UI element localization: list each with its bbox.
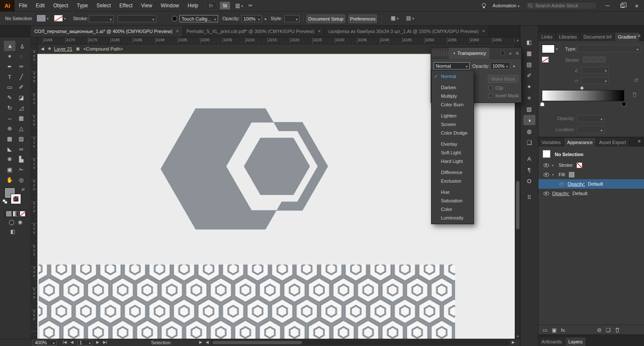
selection-tool[interactable]: ► xyxy=(4,41,15,51)
close-button[interactable] xyxy=(629,0,644,12)
color-panel-icon[interactable]: ◧ xyxy=(523,37,535,47)
column-graph-tool[interactable]: ▙ xyxy=(15,154,27,164)
eyedropper-tool[interactable]: ◣ xyxy=(4,144,15,154)
eraser-tool[interactable]: ◪ xyxy=(15,92,27,102)
tab-appearance[interactable]: Appearance xyxy=(564,138,596,147)
gradient-within-stroke-button[interactable] xyxy=(583,57,590,63)
vertical-scroll-thumb[interactable] xyxy=(516,181,519,229)
blend-mode-multiply[interactable]: Multiply xyxy=(431,92,474,100)
transparency-panel-header[interactable]: ◑ Transparency » ≡ xyxy=(431,48,521,59)
lightbulb-icon[interactable] xyxy=(481,3,486,9)
blend-mode-exclusion[interactable]: Exclusion xyxy=(431,177,474,185)
style-select[interactable] xyxy=(284,15,300,22)
blend-mode-color-dodge[interactable]: Color Dodge xyxy=(431,129,474,137)
visibility-toggle-icon[interactable] xyxy=(559,182,565,186)
expand-icon[interactable] xyxy=(552,173,556,177)
tab-gradient[interactable]: Gradient xyxy=(615,33,639,41)
width-profile-select[interactable] xyxy=(118,15,156,22)
blend-tool[interactable]: ∞ xyxy=(15,144,27,154)
clip-checkbox[interactable]: Clip xyxy=(489,85,503,90)
graphic-styles-panel-icon[interactable]: ❑ xyxy=(523,137,535,147)
screen-mode-button[interactable]: ◧ xyxy=(10,229,15,235)
document-tab-3[interactable]: салфетка из бамбука 30х34 3 шт_1.AI @ 15… xyxy=(325,26,489,37)
blend-mode-hue[interactable]: Hue xyxy=(431,188,474,196)
breadcrumb-layer-link[interactable]: Layer 21 xyxy=(54,46,73,51)
blend-mode-hard-light[interactable]: Hard Light xyxy=(431,157,474,165)
rectangle-tool[interactable]: ▭ xyxy=(4,82,15,92)
gradient-thumbnail[interactable] xyxy=(542,45,555,53)
gradient-panel-icon[interactable]: ▧ xyxy=(523,104,535,114)
horizontal-ruler[interactable]: 2165217021752180218521902195220022052210… xyxy=(37,37,515,44)
tab-close-icon[interactable] xyxy=(482,29,486,33)
blend-mode-luminosity[interactable]: Luminosity xyxy=(431,214,474,222)
menu-item[interactable]: Help xyxy=(183,0,203,12)
mesh-tool[interactable]: ▩ xyxy=(4,133,15,144)
horizontal-scrollbar[interactable] xyxy=(211,340,509,345)
make-mask-button[interactable]: Make Mask xyxy=(488,75,519,83)
tab-asset-export[interactable]: Asset Export xyxy=(596,138,629,147)
gradient-location-select[interactable] xyxy=(577,126,605,133)
appearance-row-stroke[interactable]: Stroke: xyxy=(538,160,644,170)
align-options-button[interactable]: ▤ xyxy=(406,15,414,21)
swatch-icon[interactable] xyxy=(569,172,574,178)
menu-item[interactable]: Window xyxy=(156,0,183,12)
transparency-opacity-select[interactable]: 100% xyxy=(490,62,510,69)
libraries-panel-icon[interactable]: ▤ xyxy=(523,59,535,69)
panel-menu-icon[interactable]: ≡ xyxy=(638,33,641,38)
blend-mode-overlay[interactable]: Overlay xyxy=(431,140,474,148)
scroll-right-icon[interactable]: ▶ xyxy=(512,340,515,344)
visibility-toggle-icon[interactable] xyxy=(544,163,549,167)
stroke-color-swatch[interactable] xyxy=(54,15,63,21)
width-tool[interactable]: ↔ xyxy=(4,113,15,123)
lasso-tool[interactable]: ◌ xyxy=(15,51,27,61)
tab-artboards[interactable]: Artboards xyxy=(538,337,565,346)
type-tool[interactable]: T xyxy=(4,72,15,82)
tab-close-icon[interactable] xyxy=(176,29,179,33)
stroke-weight-select[interactable] xyxy=(89,15,114,22)
share-button[interactable]: ✑ xyxy=(248,3,252,9)
appearance-row-fill[interactable]: Fill: xyxy=(538,170,644,179)
free-transform-tool[interactable]: ▦ xyxy=(15,113,27,123)
previous-artboard-button[interactable]: ◀ xyxy=(70,340,73,344)
appearance-row-fill-opacity[interactable]: Opacity: Default xyxy=(538,179,644,189)
document-tab-2[interactable]: Perhatki_S_XL_print.cdr.pdf* @ 300% (CMY… xyxy=(183,26,325,37)
blend-mode-difference[interactable]: Difference xyxy=(431,168,474,177)
first-artboard-button[interactable]: |◀ xyxy=(63,340,67,344)
expand-icon[interactable] xyxy=(552,163,556,167)
swatch-icon[interactable] xyxy=(577,162,582,168)
zoom-tool[interactable]: ◎ xyxy=(15,175,27,185)
blend-mode-color-burn[interactable]: Color Burn xyxy=(431,100,474,109)
scroll-left-icon[interactable]: ◀ xyxy=(206,340,209,344)
clear-appearance-icon[interactable]: ⊘ xyxy=(597,327,601,333)
status-menu-icon[interactable]: ▶ xyxy=(199,340,202,344)
menu-item[interactable]: Edit xyxy=(31,0,49,12)
fill-color-swatch[interactable] xyxy=(37,15,46,21)
draw-normal-icon[interactable]: ◯ xyxy=(9,219,14,225)
character-panel-icon[interactable]: A xyxy=(523,153,535,164)
minimize-button[interactable] xyxy=(600,0,615,12)
stock-button[interactable]: St xyxy=(220,2,230,9)
perspective-grid-tool[interactable]: △ xyxy=(15,123,27,133)
opacity-stepper[interactable] xyxy=(264,15,268,22)
gradient-slider[interactable] xyxy=(542,90,624,101)
bridge-button[interactable]: Br xyxy=(206,2,216,9)
direct-selection-tool[interactable]: ▻ xyxy=(15,41,27,51)
tab-document-info[interactable]: Document Inf xyxy=(580,33,615,41)
chevron-down-icon[interactable]: ▾ xyxy=(64,17,66,21)
blend-mode-screen[interactable]: Screen xyxy=(431,120,474,129)
visibility-toggle-icon[interactable] xyxy=(544,173,549,177)
document-setup-button[interactable]: Document Setup xyxy=(307,15,345,23)
stroke-panel-icon[interactable]: ≡ xyxy=(523,93,535,103)
workspace-switcher-button[interactable]: ▥ xyxy=(235,3,243,9)
tab-close-icon[interactable] xyxy=(318,29,321,33)
gradient-aspect-select[interactable] xyxy=(581,77,609,84)
paintbrush-tool[interactable]: ✐ xyxy=(15,82,27,92)
restore-button[interactable] xyxy=(615,0,629,12)
paragraph-panel-icon[interactable]: ¶ xyxy=(523,165,535,175)
blend-mode-normal[interactable]: Normal xyxy=(431,72,474,81)
slice-tool[interactable]: ✁ xyxy=(15,164,27,175)
transparency-panel-icon[interactable]: ◑ xyxy=(523,115,535,125)
default-fill-stroke-icon[interactable] xyxy=(3,199,8,204)
drag-handle[interactable] xyxy=(433,50,449,56)
transparency-opacity-stepper[interactable] xyxy=(512,62,517,69)
